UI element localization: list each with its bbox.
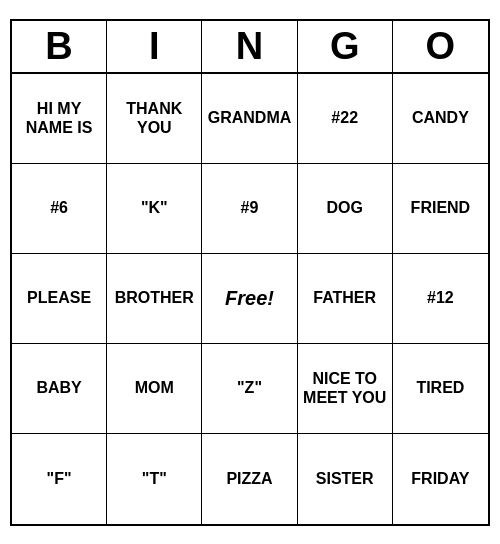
header-letter-g: G [298, 21, 393, 72]
bingo-cell-18: NICE TO MEET YOU [298, 344, 393, 434]
bingo-cell-20: "F" [12, 434, 107, 524]
bingo-cell-2: GRANDMA [202, 74, 297, 164]
bingo-cell-13: FATHER [298, 254, 393, 344]
header-letter-n: N [202, 21, 297, 72]
bingo-cell-5: #6 [12, 164, 107, 254]
bingo-cell-22: PIZZA [202, 434, 297, 524]
bingo-cell-6: "K" [107, 164, 202, 254]
bingo-cell-9: FRIEND [393, 164, 488, 254]
bingo-cell-14: #12 [393, 254, 488, 344]
bingo-cell-19: TIRED [393, 344, 488, 434]
bingo-cell-23: SISTER [298, 434, 393, 524]
bingo-header: BINGO [12, 21, 488, 74]
bingo-cell-1: THANK YOU [107, 74, 202, 164]
bingo-cell-16: MOM [107, 344, 202, 434]
bingo-cell-0: HI MY NAME IS [12, 74, 107, 164]
free-space: Free! [202, 254, 297, 344]
bingo-cell-8: DOG [298, 164, 393, 254]
bingo-cell-11: BROTHER [107, 254, 202, 344]
bingo-cell-24: FRIDAY [393, 434, 488, 524]
bingo-cell-17: "Z" [202, 344, 297, 434]
bingo-grid: HI MY NAME ISTHANK YOUGRANDMA#22CANDY#6"… [12, 74, 488, 524]
bingo-cell-21: "T" [107, 434, 202, 524]
bingo-cell-15: BABY [12, 344, 107, 434]
bingo-card: BINGO HI MY NAME ISTHANK YOUGRANDMA#22CA… [10, 19, 490, 526]
bingo-cell-4: CANDY [393, 74, 488, 164]
bingo-cell-10: PLEASE [12, 254, 107, 344]
header-letter-i: I [107, 21, 202, 72]
header-letter-b: B [12, 21, 107, 72]
header-letter-o: O [393, 21, 488, 72]
bingo-cell-7: #9 [202, 164, 297, 254]
bingo-cell-3: #22 [298, 74, 393, 164]
